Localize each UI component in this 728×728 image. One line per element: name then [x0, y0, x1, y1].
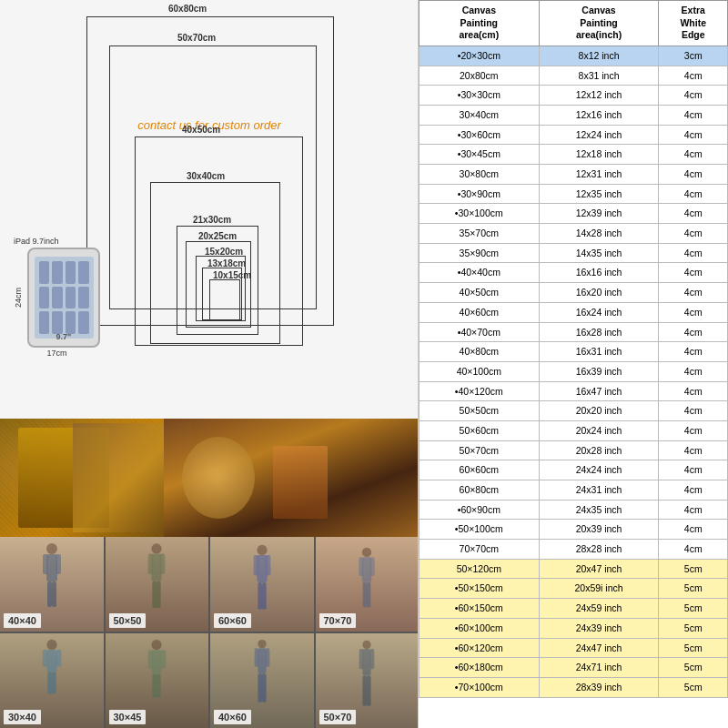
table-cell-edge-16: 4cm: [659, 361, 728, 381]
table-cell-size-15: 40×80cm: [420, 342, 540, 362]
table-cell-size-30: •60×120cm: [420, 638, 540, 658]
table-cell-inch-13: 16x24 inch: [539, 302, 659, 322]
table-cell-size-3: 30×40cm: [420, 105, 540, 125]
table-cell-size-19: 50×60cm: [420, 420, 540, 440]
right-panel: CanvasPaintingarea(cm) CanvasPaintingare…: [419, 0, 728, 728]
table-cell-edge-3: 4cm: [659, 105, 728, 125]
svg-rect-17: [262, 582, 267, 610]
table-cell-inch-20: 20x28 inch: [539, 440, 659, 460]
table-cell-size-11: •40×40cm: [420, 263, 540, 283]
human-figure-1: [38, 541, 66, 614]
table-cell-size-21: 60×60cm: [420, 460, 540, 480]
svg-rect-10: [153, 581, 157, 608]
svg-rect-3: [56, 554, 61, 574]
table-cell-edge-5: 4cm: [659, 145, 728, 165]
table-cell-edge-11: 4cm: [659, 263, 728, 283]
table-cell-edge-4: 4cm: [659, 125, 728, 145]
size-diagram: 60x80cm 50x70cm contact us for custom or…: [0, 0, 419, 419]
svg-rect-14: [253, 555, 258, 575]
svg-point-18: [362, 548, 371, 557]
label-50x70: 50x70cm: [177, 33, 216, 43]
table-cell-inch-6: 12x31 inch: [539, 165, 659, 185]
painting-strip: [0, 419, 419, 537]
table-cell-size-14: •40×70cm: [420, 322, 540, 342]
table-cell-size-10: 35×90cm: [420, 243, 540, 263]
table-cell-edge-9: 4cm: [659, 224, 728, 244]
svg-rect-16: [258, 582, 262, 610]
table-cell-inch-32: 28x39 inch: [539, 677, 659, 697]
svg-point-42: [363, 641, 371, 649]
table-cell-edge-21: 4cm: [659, 460, 728, 480]
table-cell-size-18: 50×50cm: [420, 401, 540, 421]
human-figure-3: [249, 541, 275, 622]
svg-point-30: [152, 640, 162, 650]
svg-point-0: [46, 543, 57, 554]
table-cell-edge-15: 4cm: [659, 342, 728, 362]
svg-rect-11: [157, 581, 161, 608]
table-cell-edge-26: 5cm: [659, 559, 728, 579]
table-cell-size-13: 40×60cm: [420, 302, 540, 322]
ipad-image: 9.7": [27, 248, 100, 348]
size-table: CanvasPaintingarea(cm) CanvasPaintingare…: [419, 0, 728, 698]
label-40x50: 40x50cm: [182, 125, 220, 135]
table-cell-edge-22: 4cm: [659, 480, 728, 500]
table-cell-inch-16: 16x39 inch: [539, 361, 659, 381]
label-20x25: 20x25cm: [198, 231, 237, 241]
svg-rect-23: [367, 582, 370, 608]
table-cell-inch-4: 12x24 inch: [539, 125, 659, 145]
table-cell-inch-28: 24x59 inch: [539, 599, 659, 619]
svg-rect-46: [363, 676, 368, 706]
svg-rect-43: [363, 649, 371, 676]
svg-rect-33: [161, 650, 167, 669]
svg-rect-40: [258, 673, 262, 703]
ipad-height-label: 24cm: [14, 288, 23, 308]
svg-rect-26: [42, 650, 47, 667]
collage-cell-40x40: 40×40: [0, 537, 104, 632]
table-cell-inch-14: 16x28 inch: [539, 322, 659, 342]
collage-cell-60x60: 60×60: [210, 537, 314, 632]
table-cell-size-6: 30×80cm: [420, 165, 540, 185]
svg-rect-41: [262, 673, 267, 703]
table-cell-inch-22: 24x31 inch: [539, 480, 659, 500]
collage-cell-40x60: 40×60: [210, 633, 314, 728]
table-cell-size-8: •30×100cm: [420, 204, 540, 224]
table-cell-edge-12: 4cm: [659, 283, 728, 303]
table-cell-edge-23: 4cm: [659, 500, 728, 520]
table-cell-size-20: 50×70cm: [420, 440, 540, 460]
svg-rect-9: [160, 554, 166, 574]
table-cell-inch-29: 24x39 inch: [539, 618, 659, 638]
col-header-cm: CanvasPaintingarea(cm): [420, 1, 540, 46]
table-cell-edge-7: 4cm: [659, 184, 728, 204]
table-cell-edge-14: 4cm: [659, 322, 728, 342]
table-cell-size-7: •30×90cm: [420, 184, 540, 204]
table-cell-size-31: •60×180cm: [420, 658, 540, 678]
table-cell-size-32: •70×100cm: [420, 677, 540, 697]
human-figure-8: [356, 638, 378, 715]
human-figure-5: [37, 638, 66, 702]
svg-rect-21: [370, 557, 375, 576]
label-21x30: 21x30cm: [193, 215, 231, 225]
table-cell-inch-12: 16x20 inch: [539, 283, 659, 303]
label-30x45: 30×45: [109, 710, 147, 724]
table-cell-inch-15: 16x31 inch: [539, 342, 659, 362]
svg-point-12: [257, 545, 267, 555]
collage-cell-50x50: 50×50: [106, 537, 209, 632]
table-cell-edge-2: 4cm: [659, 86, 728, 106]
table-cell-size-17: •40×120cm: [420, 381, 540, 401]
svg-rect-32: [148, 650, 154, 669]
label-40x40: 40×40: [4, 613, 41, 628]
table-cell-size-0: •20×30cm: [420, 46, 540, 66]
collage-cell-70x70: 70×70: [316, 537, 420, 632]
human-figure-6: [143, 638, 170, 706]
table-cell-inch-25: 28x28 inch: [539, 540, 659, 560]
table-cell-inch-19: 20x24 inch: [539, 420, 659, 440]
table-cell-inch-9: 14x28 inch: [539, 224, 659, 244]
human-figure-2: [144, 541, 169, 619]
rect-10x15: [209, 279, 240, 321]
table-cell-edge-19: 4cm: [659, 420, 728, 440]
table-cell-size-5: •30×45cm: [420, 145, 540, 165]
photo-collage: 40×40 50×50: [0, 419, 419, 728]
label-13x18: 13x18cm: [207, 258, 246, 268]
table-cell-size-25: 70×70cm: [420, 540, 540, 560]
label-30x40-bottom: 30×40: [4, 710, 41, 724]
